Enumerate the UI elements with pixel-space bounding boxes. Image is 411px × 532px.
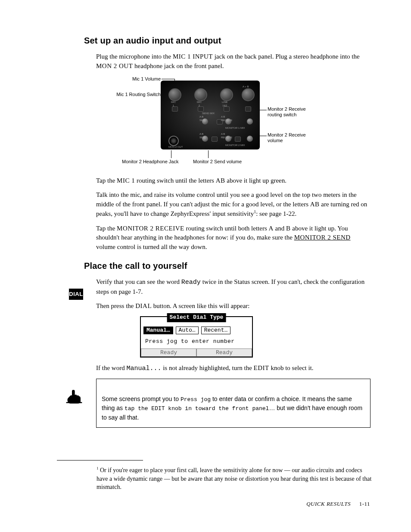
callout-mic1-routing: Mic 1 Routing Switch: [110, 92, 161, 97]
leader: [162, 79, 174, 79]
label-ab: AB: [310, 201, 320, 208]
pointing-finger-icon: [65, 399, 83, 406]
label-dial: DIAL: [135, 302, 152, 309]
text: above it light up green.: [225, 177, 286, 184]
text: Then press the: [96, 302, 135, 309]
label-b: B: [286, 225, 291, 232]
panel-label: MONITOR 2 MIX: [225, 143, 245, 147]
footnote-text: Or if you're eager to place your first c…: [97, 467, 371, 490]
label-mon2-out: MON 2 OUT: [96, 62, 133, 69]
routing-btn: [235, 137, 241, 142]
leader: [208, 150, 209, 158]
text: and: [274, 225, 286, 232]
lcd-status-right: Ready: [196, 348, 252, 357]
smallknob: [247, 118, 253, 124]
gutter-finger: [65, 388, 80, 408]
footnote-rule: [57, 460, 143, 460]
text: Verify that you can see the word: [96, 278, 181, 285]
label-tap-edit: tap the EDIT knob in toward the front pa…: [125, 405, 269, 412]
lcd-opt-manual: Manual…: [143, 327, 173, 334]
page-footer: QUICK RESULTS 1-11: [306, 500, 370, 508]
text: Tap the: [96, 225, 117, 232]
page-content: Set up an audio input and output Plug th…: [84, 34, 371, 428]
knob-ab: [242, 88, 255, 101]
label-mon2-receive: MONITOR 2 RECEIVE: [117, 225, 184, 232]
knob-mic2: [194, 88, 207, 101]
routing-btn: [212, 137, 218, 142]
lcd-status-left: Ready: [141, 348, 196, 357]
gutter-dial: DIAL: [69, 289, 83, 300]
lcd-opt-recent: Recent…: [201, 327, 231, 334]
routing-btn: [245, 106, 251, 112]
panel-label: A B SEND: [199, 115, 207, 122]
para-press-dial: Then press the DIAL button. A screen lik…: [96, 302, 371, 311]
para-plug: Plug the microphone into the MIC 1 INPUT…: [96, 52, 371, 71]
text: knob to select it.: [269, 364, 314, 371]
heading-place-call: Place the call to yourself: [84, 260, 371, 272]
text: Some screens prompt you to: [102, 395, 181, 402]
lcd-status-row: Ready Ready: [141, 348, 252, 357]
lcd-title: Select Dial Type: [167, 313, 226, 322]
text: routing switch until both letters: [184, 225, 269, 232]
para-talk-mic: Talk into the mic, and raise its volume …: [96, 190, 371, 218]
para-tap-mic1: Tap the MIC 1 routing switch until the l…: [96, 176, 371, 186]
hardware-panel: MIC 1 MIC 2 LINE 1&2 A + B SEND MIX A B …: [161, 81, 260, 149]
knob-mic1: [168, 88, 181, 101]
label-mon2-send: MONITOR 2 SEND: [294, 234, 351, 241]
text: volume control is turned all the way dow…: [96, 243, 207, 250]
heading-setup-audio: Set up an audio input and output: [84, 34, 371, 47]
panel-label: MON 2 OUT: [168, 145, 183, 149]
panel-label: A B RECEIVE: [221, 132, 232, 140]
para-manual-highlight: If the word Manual... is not already hig…: [96, 364, 371, 373]
text: is not already highlighted, turn the: [161, 364, 253, 371]
smallknob: [247, 136, 253, 142]
text: : see page 1-22.: [256, 210, 296, 217]
mon2-jack: [168, 136, 179, 146]
lcd-options: Manual… Auto… Recent…: [141, 325, 252, 337]
para-tap-mon2: Tap the MONITOR 2 RECEIVE routing switch…: [96, 224, 371, 252]
text: jack on the back panel. Plug a stereo he…: [213, 53, 360, 60]
label-edit: EDIT: [254, 364, 269, 371]
routing-btn: [172, 106, 178, 112]
text: Tap the: [96, 177, 117, 184]
lcd-opt-auto: Auto…: [176, 327, 199, 334]
figure-lcd: Select Dial Type Manual… Auto… Recent… P…: [140, 316, 371, 358]
callout-mon2-rx-volume: Monitor 2 Receive volume: [268, 132, 324, 143]
callout-mon2-rx-switch: Monitor 2 Receive routing switch: [268, 106, 324, 118]
label-ready: Ready: [181, 279, 201, 286]
routing-btn: [224, 106, 230, 112]
lcd-prompt: Press jog to enter number: [141, 337, 252, 348]
tip-box: Some screens prompt you to Press jog to …: [96, 379, 371, 428]
panel-label: A B RECEIVE: [221, 115, 232, 122]
label-ab: AB: [216, 177, 225, 184]
label-mic1: MIC 1: [117, 177, 135, 184]
text: headphone jack on the front panel.: [133, 62, 224, 69]
knob-line: [220, 88, 233, 101]
footer-section: QUICK RESULTS: [306, 501, 351, 507]
text: Plug the microphone into the: [96, 53, 173, 60]
label-a: A: [269, 225, 274, 232]
callout-mon2-send-vol: Monitor 2 Send volume: [193, 159, 262, 165]
panel-label: A B SEND: [199, 132, 207, 140]
footer-page: 1-11: [359, 501, 370, 507]
text: button. A screen like this will appear:: [152, 302, 249, 309]
label-press-jog: Press jog: [181, 396, 211, 403]
figure-panel: Mic 1 Volume Mic 1 Routing Switch Monito…: [96, 76, 337, 167]
label-mic1-input: MIC 1 INPUT: [173, 53, 213, 60]
routing-btn: [198, 106, 204, 112]
callout-mon2-hp-jack: Monitor 2 Headphone Jack: [122, 159, 191, 165]
leader: [171, 150, 171, 158]
text: routing switch until the letters: [135, 177, 215, 184]
panel-label: A + B: [243, 85, 249, 89]
text: If the word: [96, 364, 126, 371]
panel-label: MONITOR 1 MIX: [225, 126, 245, 130]
label-manual: Manual...: [126, 365, 161, 372]
lcd-screen: Select Dial Type Manual… Auto… Recent… P…: [140, 316, 253, 358]
callout-mic1-volume: Mic 1 Volume: [122, 76, 161, 82]
svg-rect-0: [66, 402, 82, 403]
dial-badge: DIAL: [69, 289, 83, 300]
footnote: 1 Or if you're eager to place your first…: [97, 466, 372, 492]
para-verify-ready: Verify that you can see the word Ready t…: [96, 277, 371, 297]
